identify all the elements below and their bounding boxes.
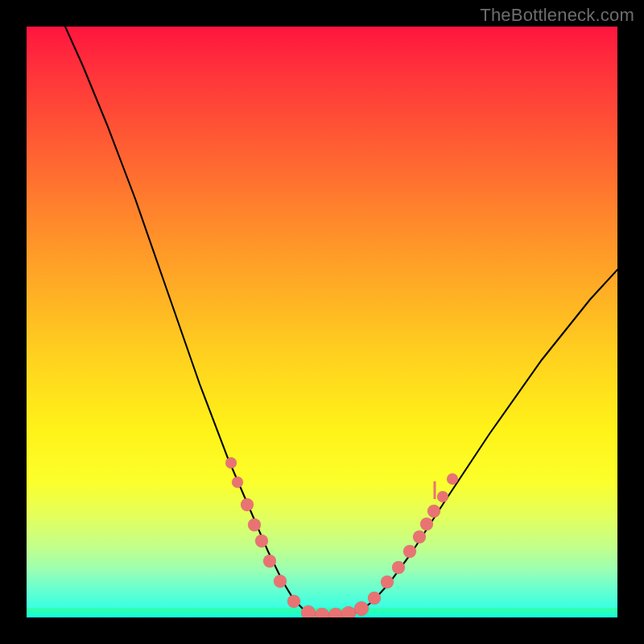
data-dot — [255, 535, 268, 547]
data-dot — [437, 491, 448, 502]
curve-svg — [27, 27, 617, 617]
chart-stage: TheBottleneck.com — [0, 0, 644, 644]
data-dot — [328, 608, 343, 617]
data-dot — [381, 576, 394, 588]
data-dot — [392, 561, 405, 574]
data-dot — [341, 606, 356, 617]
data-dot — [248, 518, 261, 531]
data-dot — [413, 530, 426, 543]
data-dot — [315, 608, 329, 617]
bottleneck-curve — [65, 27, 617, 616]
data-dot — [232, 477, 243, 488]
data-dot — [420, 518, 433, 530]
plot-area — [27, 27, 617, 617]
data-dot — [368, 592, 381, 605]
data-dot — [241, 498, 254, 511]
data-dot — [447, 473, 458, 485]
data-dots — [225, 457, 458, 617]
data-dot — [403, 545, 416, 558]
data-dot — [225, 457, 237, 469]
watermark-text: TheBottleneck.com — [480, 5, 634, 26]
data-dot — [287, 595, 300, 608]
data-dot — [263, 555, 276, 568]
data-dot — [354, 601, 369, 616]
data-dot — [427, 505, 440, 518]
data-dot — [274, 575, 287, 588]
data-dot — [301, 605, 316, 617]
